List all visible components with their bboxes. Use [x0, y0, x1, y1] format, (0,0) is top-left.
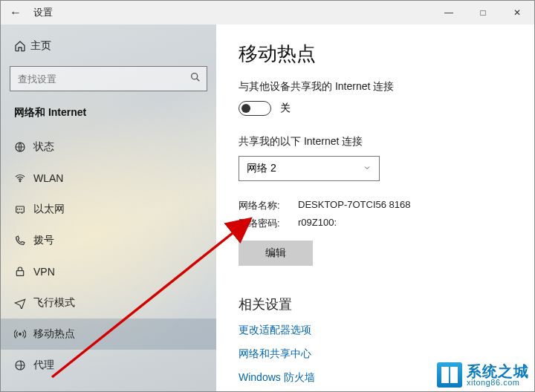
ethernet-icon [14, 203, 33, 215]
network-name-row: 网络名称: DESKTOP-7OTCI56 8168 [239, 199, 534, 212]
related-settings-header: 相关设置 [239, 295, 534, 313]
network-name-label: 网络名称: [239, 199, 298, 212]
svg-point-6 [19, 333, 22, 336]
home-link[interactable]: 主页 [1, 33, 216, 59]
search-box[interactable] [10, 66, 207, 91]
sidebar-item-label: 以太网 [33, 203, 65, 216]
hotspot-icon [14, 328, 33, 340]
back-button[interactable]: ← [1, 6, 30, 19]
nav-list: 状态 WLAN 以太网 拨号 VPN [1, 131, 216, 381]
sidebar-item-label: 状态 [33, 140, 54, 154]
page-title: 移动热点 [239, 41, 534, 67]
network-password-value: r09Z100: [298, 217, 337, 230]
svg-point-0 [192, 74, 198, 79]
sidebar-item-label: 飞行模式 [33, 296, 75, 310]
home-icon [14, 40, 30, 52]
sidebar-item-label: VPN [33, 266, 55, 278]
connection-selected-value: 网络 2 [247, 162, 276, 175]
wifi-icon [14, 172, 33, 184]
search-icon [189, 71, 201, 86]
proxy-icon [14, 359, 33, 371]
titlebar: ← 设置 ― □ ✕ [1, 1, 534, 24]
sidebar-item-dialup[interactable]: 拨号 [1, 225, 216, 256]
link-windows-firewall[interactable]: Windows 防火墙 [239, 371, 534, 385]
sidebar-item-wlan[interactable]: WLAN [1, 163, 216, 194]
sidebar-item-proxy[interactable]: 代理 [1, 350, 216, 381]
sidebar-item-ethernet[interactable]: 以太网 [1, 194, 216, 225]
svg-line-1 [197, 79, 200, 82]
window-controls: ― □ ✕ [432, 1, 534, 24]
svg-rect-5 [16, 271, 23, 276]
minimize-button[interactable]: ― [432, 1, 466, 24]
status-icon [14, 141, 33, 153]
hotspot-toggle-row: 关 [239, 101, 534, 116]
sidebar-item-label: 拨号 [33, 234, 54, 247]
link-network-sharing-center[interactable]: 网络和共享中心 [239, 347, 534, 361]
vpn-icon [14, 266, 33, 278]
sidebar-item-label: 移动热点 [33, 327, 75, 341]
home-label: 主页 [30, 39, 51, 53]
close-button[interactable]: ✕ [500, 1, 534, 24]
sidebar-item-label: WLAN [33, 172, 63, 184]
hotspot-toggle-state: 关 [280, 102, 291, 115]
svg-point-3 [19, 180, 21, 182]
airplane-icon [14, 297, 33, 309]
sidebar-item-vpn[interactable]: VPN [1, 256, 216, 287]
share-connection-label: 与其他设备共享我的 Internet 连接 [239, 80, 534, 94]
edit-button[interactable]: 编辑 [239, 241, 313, 266]
dialup-icon [14, 235, 33, 246]
content-pane: 移动热点 与其他设备共享我的 Internet 连接 关 共享我的以下 Inte… [216, 24, 534, 391]
chevron-down-icon [363, 163, 372, 174]
maximize-button[interactable]: □ [466, 1, 500, 24]
search-input[interactable] [10, 66, 207, 91]
sidebar: 主页 网络和 Internet 状态 WLAN [1, 24, 216, 391]
window-title: 设置 [33, 6, 53, 19]
network-name-value: DESKTOP-7OTCI56 8168 [298, 199, 411, 212]
sidebar-item-airplane[interactable]: 飞行模式 [1, 287, 216, 318]
share-from-label: 共享我的以下 Internet 连接 [239, 135, 534, 148]
network-password-row: 网络密码: r09Z100: [239, 217, 534, 230]
sidebar-item-label: 代理 [33, 359, 54, 372]
sidebar-item-hotspot[interactable]: 移动热点 [1, 318, 216, 350]
settings-window: ← 设置 ― □ ✕ 主页 网络和 Internet [0, 0, 535, 392]
category-header: 网络和 Internet [1, 102, 216, 127]
connection-select[interactable]: 网络 2 [239, 156, 380, 181]
sidebar-item-status[interactable]: 状态 [1, 131, 216, 163]
network-password-label: 网络密码: [239, 217, 298, 230]
window-body: 主页 网络和 Internet 状态 WLAN [1, 24, 534, 391]
hotspot-toggle[interactable] [239, 101, 271, 116]
link-adapter-options[interactable]: 更改适配器选项 [239, 324, 534, 337]
